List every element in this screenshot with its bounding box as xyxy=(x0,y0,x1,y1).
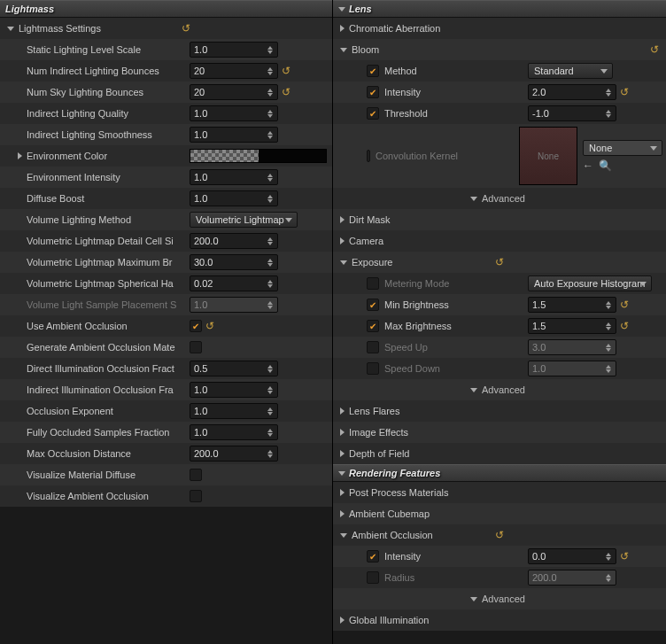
ao-advanced-row[interactable]: Advanced xyxy=(333,588,666,609)
ambcubemap-row[interactable]: Ambient Cubemap xyxy=(333,503,666,524)
env-color-swatch[interactable] xyxy=(190,149,327,163)
reset-icon[interactable]: ↺ xyxy=(182,22,190,35)
lightmass-header[interactable]: Lightmass xyxy=(0,0,332,18)
indirect-occ-input[interactable]: 1.0 xyxy=(190,382,278,398)
speeddown-override-checkbox[interactable] xyxy=(367,362,379,375)
reset-icon[interactable]: ↺ xyxy=(620,86,629,98)
static-scale-input[interactable]: 1.0 xyxy=(190,42,278,58)
vol-maxbr-input[interactable]: 30.0 xyxy=(190,254,278,270)
speeddown-label: Speed Down xyxy=(384,363,528,374)
browse-icon[interactable]: 🔍 xyxy=(599,159,612,172)
ao-intensity-row: Intensity 0.0↺ xyxy=(333,546,666,567)
rendering-header[interactable]: Rendering Features xyxy=(333,464,666,482)
camera-row[interactable]: Camera xyxy=(333,230,666,252)
lightmass-settings-label: Lightmass Settings xyxy=(19,23,182,34)
num-indirect-row: Num Indirect Lighting Bounces 20↺ xyxy=(0,60,332,81)
diffuse-boost-input[interactable]: 1.0 xyxy=(190,190,278,206)
asset-thumbnail[interactable]: None xyxy=(519,127,577,185)
vol-detail-input[interactable]: 200.0 xyxy=(190,233,278,249)
metering-override-checkbox[interactable] xyxy=(367,277,379,290)
ao-radius-override-checkbox[interactable] xyxy=(367,571,379,584)
lightmass-settings-row[interactable]: Lightmass Settings ↺ xyxy=(0,18,332,39)
chevron-down-icon xyxy=(470,388,477,392)
rendering-title: Rendering Features xyxy=(349,468,440,478)
dof-row[interactable]: Depth of Field xyxy=(333,443,666,464)
num-indirect-input[interactable]: 20 xyxy=(190,63,278,79)
speedup-override-checkbox[interactable] xyxy=(367,341,379,353)
imageeffects-label: Image Effects xyxy=(349,427,492,438)
indirect-smooth-input[interactable]: 1.0 xyxy=(190,127,278,143)
lens-header[interactable]: Lens xyxy=(333,0,666,18)
maxbr-label: Max Brightness xyxy=(384,321,528,331)
diffuse-boost-row: Diffuse Boost 1.0 xyxy=(0,188,332,209)
chromatic-label: Chromatic Aberration xyxy=(349,23,492,34)
fully-occ-input[interactable]: 1.0 xyxy=(190,424,278,440)
imageeffects-row[interactable]: Image Effects xyxy=(333,422,666,443)
reset-icon[interactable]: ↺ xyxy=(620,320,629,332)
env-intensity-input[interactable]: 1.0 xyxy=(190,169,278,185)
reset-icon[interactable]: ↺ xyxy=(650,43,659,56)
bloom-intensity-input[interactable]: 2.0 xyxy=(528,84,616,100)
method-override-checkbox[interactable] xyxy=(367,65,379,77)
metering-combo[interactable]: Auto Exposure Histogram xyxy=(528,275,652,291)
bloom-advanced-row[interactable]: Advanced xyxy=(333,188,666,209)
ao-intensity-override-checkbox[interactable] xyxy=(367,550,379,563)
lens-panel: Lens Chromatic Aberration Bloom ↺ Method… xyxy=(333,0,666,644)
use-ao-row: Use Ambient Occlusion ↺ xyxy=(0,315,332,337)
ao-radius-label: Radius xyxy=(384,572,528,583)
chevron-down-icon xyxy=(470,197,477,201)
bloom-threshold-input[interactable]: -1.0 xyxy=(528,105,616,121)
reset-icon[interactable]: ↺ xyxy=(495,256,504,268)
minbr-override-checkbox[interactable] xyxy=(367,299,379,311)
reset-icon[interactable]: ↺ xyxy=(495,529,504,541)
ppm-row[interactable]: Post Process Materials xyxy=(333,482,666,503)
ao-intensity-input[interactable]: 0.0 xyxy=(528,548,616,564)
reset-icon[interactable]: ↺ xyxy=(620,550,629,563)
indirect-quality-input[interactable]: 1.0 xyxy=(190,105,278,121)
vol-sph-input[interactable]: 0.02 xyxy=(190,275,278,291)
speeddown-input: 1.0 xyxy=(528,361,616,376)
use-selected-icon[interactable]: ← xyxy=(583,159,593,172)
indirect-occ-row: Indirect Illumination Occlusion Fra 1.0 xyxy=(0,379,332,400)
env-color-row[interactable]: Environment Color xyxy=(0,145,332,167)
ao-header-row[interactable]: Ambient Occlusion ↺ xyxy=(333,524,666,546)
direct-occ-row: Direct Illumination Occlusion Fract 0.5 xyxy=(0,358,332,379)
maxbr-override-checkbox[interactable] xyxy=(367,320,379,332)
conv-override-checkbox[interactable] xyxy=(367,150,370,162)
minbr-input[interactable]: 1.5 xyxy=(528,297,616,313)
vol-method-combo[interactable]: Volumetric Lightmap xyxy=(190,212,298,228)
exposure-advanced-row[interactable]: Advanced xyxy=(333,379,666,400)
exposure-header-row[interactable]: Exposure ↺ xyxy=(333,252,666,273)
vis-ao-checkbox[interactable] xyxy=(190,490,202,502)
vol-maxbr-label: Volumetric Lightmap Maximum Br xyxy=(27,257,190,268)
bloom-intensity-row: Intensity 2.0↺ xyxy=(333,81,666,103)
bloom-header-label: Bloom xyxy=(352,44,495,55)
lensflares-row[interactable]: Lens Flares xyxy=(333,400,666,422)
gen-ao-checkbox[interactable] xyxy=(190,341,202,353)
conv-kernel-row: Convolution Kernel None None ← 🔍 xyxy=(333,124,666,188)
asset-combo[interactable]: None xyxy=(583,140,662,156)
ppm-label: Post Process Materials xyxy=(349,487,492,498)
global-illum-row[interactable]: Global Illumination xyxy=(333,609,666,631)
threshold-override-checkbox[interactable] xyxy=(367,107,379,120)
reset-icon[interactable]: ↺ xyxy=(620,299,629,311)
reset-icon[interactable]: ↺ xyxy=(282,65,290,77)
env-intensity-row: Environment Intensity 1.0 xyxy=(0,167,332,188)
max-occ-dist-input[interactable]: 200.0 xyxy=(190,446,278,462)
num-sky-input[interactable]: 20 xyxy=(190,84,278,100)
occ-exp-input[interactable]: 1.0 xyxy=(190,403,278,419)
use-ao-checkbox[interactable] xyxy=(190,320,202,332)
vis-diffuse-checkbox[interactable] xyxy=(190,469,202,481)
direct-occ-input[interactable]: 0.5 xyxy=(190,361,278,376)
intensity-override-checkbox[interactable] xyxy=(367,86,379,98)
metering-label: Metering Mode xyxy=(384,278,528,289)
dirtmask-row[interactable]: Dirt Mask xyxy=(333,209,666,230)
bloom-header-row[interactable]: Bloom ↺ xyxy=(333,39,666,60)
bloom-method-combo[interactable]: Standard xyxy=(528,63,613,79)
chromatic-row[interactable]: Chromatic Aberration xyxy=(333,18,666,39)
vol-method-row: Volume Lighting Method Volumetric Lightm… xyxy=(0,209,332,230)
reset-icon[interactable]: ↺ xyxy=(205,320,214,332)
maxbr-input[interactable]: 1.5 xyxy=(528,318,616,334)
reset-icon[interactable]: ↺ xyxy=(282,86,290,98)
metering-row: Metering Mode Auto Exposure Histogram xyxy=(333,273,666,294)
